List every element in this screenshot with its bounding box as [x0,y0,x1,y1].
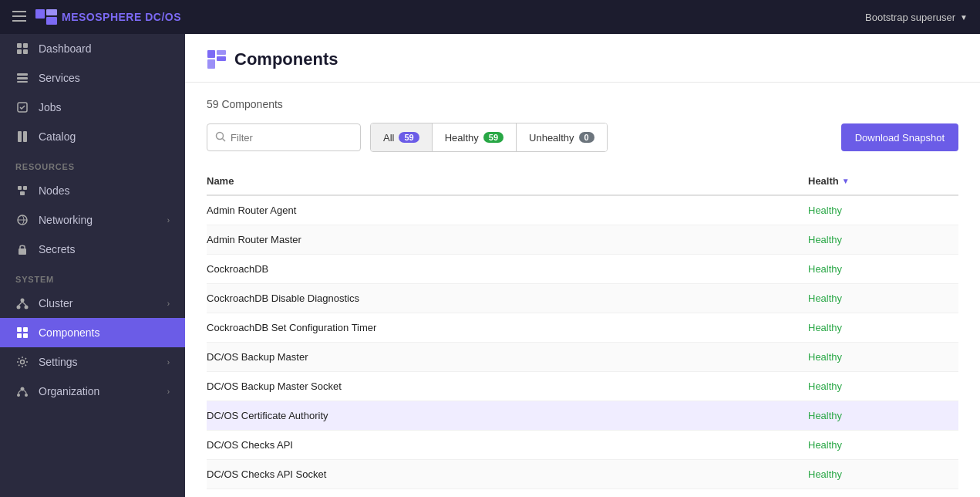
sidebar-item-settings[interactable]: Settings › [0,347,185,377]
svg-rect-15 [23,131,27,142]
svg-rect-14 [18,131,22,142]
svg-point-32 [17,394,20,397]
svg-rect-5 [46,17,57,25]
table-row[interactable]: CockroachDB Healthy [207,255,958,284]
components-label: Components [39,326,99,339]
jobs-icon [15,100,29,114]
sidebar-item-nodes[interactable]: Nodes [0,176,185,205]
settings-chevron: › [167,358,170,367]
component-health: Healthy [808,195,958,225]
component-health: Healthy [808,372,958,401]
table-row[interactable]: CockroachDB Set Configuration Timer Heal… [207,313,958,343]
svg-rect-6 [17,43,22,48]
tab-healthy-label: Healthy [445,132,479,144]
svg-rect-36 [217,56,226,61]
svg-rect-1 [12,15,26,17]
svg-line-39 [223,138,226,141]
table-row[interactable]: Admin Router Master Healthy [207,225,958,255]
tab-healthy[interactable]: Healthy 59 [433,123,517,151]
svg-rect-17 [23,186,27,190]
username-label: Bootstrap superuser [865,12,955,23]
catalog-icon [15,130,29,144]
table-row[interactable]: DC/OS Certificate Authority Healthy [207,401,958,431]
svg-point-31 [21,387,25,391]
sidebar-item-cluster[interactable]: Cluster › [0,289,185,318]
table-row[interactable]: Admin Router Agent Healthy [207,195,958,225]
svg-rect-0 [12,11,26,12]
svg-rect-10 [17,73,28,76]
table-row[interactable]: DC/OS Checks Timer Healthy [207,489,958,498]
table-row[interactable]: DC/OS Checks API Healthy [207,431,958,460]
table-head: Name Health ▼ [207,167,958,195]
sidebar-item-components[interactable]: Components [0,318,185,347]
page-header: Components [185,34,980,83]
organization-chevron: › [167,387,170,396]
search-icon [215,131,226,144]
svg-rect-37 [207,59,215,69]
components-icon [15,326,29,340]
components-table: Name Health ▼ Admin Router Agent Healthy [207,167,958,497]
sidebar-item-networking[interactable]: Networking › [0,205,185,235]
page-title: Components [234,49,338,69]
download-snapshot-button[interactable]: Download Snapshot [841,123,958,151]
svg-point-33 [25,394,28,397]
component-health: Healthy [808,431,958,460]
svg-rect-34 [207,50,215,58]
component-name: DC/OS Checks Timer [207,489,808,498]
user-menu[interactable]: Bootstrap superuser ▼ [865,12,968,23]
svg-rect-16 [18,186,22,190]
catalog-label: Catalog [39,130,76,143]
system-section-label: System [0,264,185,289]
sidebar-item-dashboard[interactable]: Dashboard [0,34,185,63]
component-name: Admin Router Agent [207,195,808,225]
user-menu-chevron: ▼ [960,13,968,22]
sidebar-item-jobs[interactable]: Jobs [0,93,185,122]
sidebar-item-catalog[interactable]: Catalog [0,122,185,151]
search-box[interactable] [207,123,361,151]
component-health: Healthy [808,489,958,498]
col-header-health[interactable]: Health ▼ [808,167,958,195]
component-name: DC/OS Certificate Authority [207,401,808,431]
sidebar-item-organization[interactable]: Organization › [0,377,185,406]
components-page-icon [207,49,227,69]
secrets-icon [15,242,29,256]
menu-icon[interactable] [12,9,26,25]
table-row[interactable]: DC/OS Checks API Socket Healthy [207,460,958,489]
component-name: CockroachDB [207,255,808,284]
nodes-label: Nodes [39,184,69,197]
svg-rect-20 [19,248,26,255]
tab-unhealthy[interactable]: Unhealthy 0 [517,123,607,151]
tab-all-count: 59 [399,132,419,143]
svg-rect-12 [17,81,28,83]
svg-rect-29 [23,333,28,338]
table-row[interactable]: DC/OS Backup Master Socket Healthy [207,372,958,401]
nodes-icon [15,184,29,198]
sidebar-item-secrets[interactable]: Secrets [0,235,185,264]
table-row[interactable]: CockroachDB Disable Diagnostics Healthy [207,284,958,313]
health-sort-icon: ▼ [842,177,850,185]
component-name: DC/OS Backup Master [207,343,808,372]
component-health: Healthy [808,313,958,343]
table-body: Admin Router Agent Healthy Admin Router … [207,195,958,497]
cluster-label: Cluster [39,297,72,309]
component-count: 59 Components [207,98,958,110]
tab-unhealthy-label: Unhealthy [529,132,574,144]
component-name: CockroachDB Set Configuration Timer [207,313,808,343]
component-name: CockroachDB Disable Diagnostics [207,284,808,313]
component-name: DC/OS Checks API [207,431,808,460]
svg-line-25 [22,302,26,306]
component-health: Healthy [808,284,958,313]
layout: Dashboard Services Jobs [0,34,980,497]
svg-rect-26 [17,327,22,332]
search-input[interactable] [231,132,352,144]
secrets-label: Secrets [39,243,75,255]
table-row[interactable]: DC/OS Backup Master Healthy [207,343,958,372]
organization-icon [15,384,29,398]
dashboard-label: Dashboard [39,42,92,55]
sidebar-item-services[interactable]: Services [0,63,185,93]
content-area: 59 Components All 59 [185,83,980,497]
tab-all[interactable]: All 59 [371,123,433,151]
tab-unhealthy-count: 0 [579,132,594,143]
svg-rect-3 [35,9,45,19]
svg-line-24 [19,302,22,306]
